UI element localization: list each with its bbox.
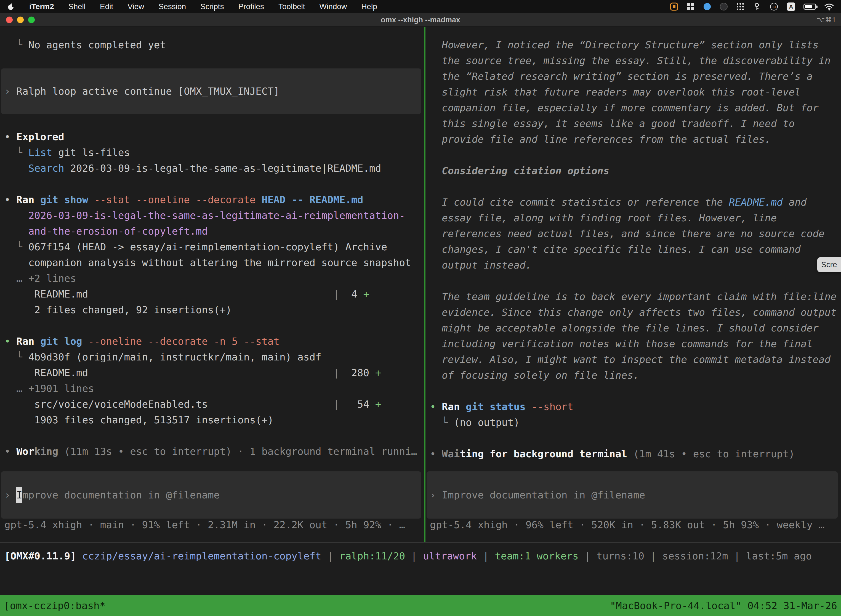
terminal-line: the “Related research writing” section i… xyxy=(430,69,841,84)
terminal-line: README.md | 4 + xyxy=(4,286,424,302)
terminal-line: • Ran git status --short xyxy=(430,399,841,415)
terminal-line: … +1901 lines xyxy=(4,381,424,396)
key-icon[interactable] xyxy=(753,3,761,11)
terminal-line: references need actual files, and since … xyxy=(430,226,841,242)
terminal-line: review. Also, I might want to inspect th… xyxy=(430,352,841,367)
menu-bar-items: iTerm2ShellEditViewSessionScriptsProfile… xyxy=(7,2,377,11)
menu-item-toolbelt[interactable]: Toolbelt xyxy=(278,2,305,11)
terminal-line: • Waiting for background terminal (1m 41… xyxy=(430,446,841,462)
left-model-status-line: gpt-5.4 xhigh · main · 91% left · 2.31M … xyxy=(4,517,405,532)
menu-item-help[interactable]: Help xyxy=(361,2,377,11)
menu-item-window[interactable]: Window xyxy=(319,2,347,11)
svg-text:.61: .61 xyxy=(772,5,776,9)
terminal-line: … +2 lines xyxy=(4,270,424,286)
minimize-button[interactable] xyxy=(17,16,24,23)
left-pane-pre-lines: └ No agents completed yet xyxy=(4,37,424,53)
pane-bottom-border xyxy=(0,542,841,543)
terminal-line: output instead. xyxy=(430,257,841,273)
terminal-line: companion file, especially if more comme… xyxy=(430,100,841,116)
terminal-line: companion analysis without altering the … xyxy=(4,255,424,270)
terminal-line: of focusing solely on file lines. xyxy=(430,367,841,383)
dots-grid-icon[interactable] xyxy=(736,3,744,11)
ralph-inject-box: › Ralph loop active continue [OMX_TMUX_I… xyxy=(1,69,421,114)
raycast-icon[interactable] xyxy=(703,3,711,11)
right-pane-body-lines: However, I noticed the “Directory Struct… xyxy=(430,37,841,462)
terminal-line: 2026-03-09-is-legal-the-same-as-legitima… xyxy=(4,208,424,223)
terminal-line: might be acceptable alongside the file l… xyxy=(430,320,841,336)
apple-menu-icon[interactable] xyxy=(7,3,15,10)
terminal-line: 1903 files changed, 513517 insertions(+) xyxy=(4,412,424,428)
right-model-status-line: gpt-5.4 xhigh · 96% left · 520K in · 5.8… xyxy=(430,517,825,532)
terminal-line: I could cite commit statistics or refere… xyxy=(430,194,841,210)
terminal: └ No agents completed yet › Ralph loop a… xyxy=(0,27,841,542)
gauge-icon[interactable]: .61 xyxy=(769,3,779,11)
terminal-line: [OMX#0.11.9] cczip/essay/ai-reimplementa… xyxy=(4,548,812,564)
terminal-line: Search 2026-03-09-is-legal-the-same-as-l… xyxy=(4,160,424,176)
right-pane[interactable]: However, I noticed the “Directory Struct… xyxy=(425,27,841,542)
window-shortcut-hint: ⌥⌘1 xyxy=(817,16,836,24)
menu-bar-status-icons: .61 A xyxy=(670,3,834,11)
terminal-line: src/voice/voiceModeEnabled.ts | 54 + xyxy=(4,396,424,412)
menu-bar: iTerm2ShellEditViewSessionScriptsProfile… xyxy=(0,0,841,13)
dark-app-icon[interactable] xyxy=(719,3,728,11)
terminal-line: └ List git ls-files xyxy=(4,145,424,160)
menu-item-session[interactable]: Session xyxy=(158,2,186,11)
terminal-line xyxy=(4,176,424,192)
screenshot-tab[interactable]: Scre xyxy=(817,257,841,272)
terminal-line xyxy=(430,383,841,399)
terminal-line xyxy=(4,428,424,443)
terminal-line: README.md | 280 + xyxy=(4,365,424,381)
terminal-line xyxy=(4,318,424,333)
terminal-line: evidence. Since this change only affects… xyxy=(430,304,841,320)
screen: iTerm2ShellEditViewSessionScriptsProfile… xyxy=(0,0,841,616)
close-button[interactable] xyxy=(6,16,13,23)
input-source-icon[interactable]: A xyxy=(787,3,795,11)
menu-item-iterm2[interactable]: iTerm2 xyxy=(29,2,54,11)
terminal-line: └ No agents completed yet xyxy=(4,37,424,53)
zoom-button[interactable] xyxy=(28,16,35,23)
window-title: omx --xhigh --madmax xyxy=(0,16,841,24)
menu-item-view[interactable]: View xyxy=(127,2,144,11)
terminal-line: 2 files changed, 92 insertions(+) xyxy=(4,302,424,318)
terminal-line xyxy=(430,430,841,446)
left-prompt-input[interactable]: › Improve documentation in @filename xyxy=(1,471,421,519)
battery-level xyxy=(805,5,812,8)
terminal-line xyxy=(430,273,841,289)
terminal-line: The team guideline is to back every impo… xyxy=(430,289,841,304)
menu-item-shell[interactable]: Shell xyxy=(69,2,85,11)
battery-icon[interactable] xyxy=(803,4,816,10)
terminal-line xyxy=(430,179,841,194)
screenshot-tab-label: Scre xyxy=(821,260,837,269)
terminal-line: However, I noticed the “Directory Struct… xyxy=(430,37,841,53)
tmux-status-bar: [omx-cczip0:bash* "MacBook-Pro-44.local"… xyxy=(0,595,841,616)
tmux-host-clock: "MacBook-Pro-44.local" 04:52 31-Mar-26 xyxy=(610,600,837,611)
terminal-line: including verification notes with those … xyxy=(430,336,841,352)
window-title-bar: omx --xhigh --madmax ⌥⌘1 xyxy=(0,13,841,27)
left-pane-body-lines: • Explored └ List git ls-files Search 20… xyxy=(4,129,424,459)
terminal-line: • Explored xyxy=(4,129,424,145)
menu-item-edit[interactable]: Edit xyxy=(100,2,113,11)
terminal-line: slight risk that future readers may over… xyxy=(430,84,841,100)
terminal-line: and-the-erosion-of-copyleft.md xyxy=(4,223,424,239)
omx-status-bar: [OMX#0.11.9] cczip/essay/ai-reimplementa… xyxy=(4,548,812,564)
terminal-line: Considering citation options xyxy=(430,163,841,179)
menu-item-scripts[interactable]: Scripts xyxy=(200,2,224,11)
wifi-icon[interactable] xyxy=(825,3,834,10)
terminal-line xyxy=(430,147,841,163)
terminal-line: essay file, along with finding root file… xyxy=(430,210,841,226)
screen-recording-icon[interactable] xyxy=(670,3,678,11)
terminal-line: provide file and line references from th… xyxy=(430,131,841,147)
terminal-line: this single essay, it seems like a good … xyxy=(430,116,841,131)
grid-icon[interactable] xyxy=(687,3,695,11)
terminal-line: • Ran git log --oneline --decorate -n 5 … xyxy=(4,333,424,349)
left-pane[interactable]: └ No agents completed yet › Ralph loop a… xyxy=(0,27,424,542)
tmux-session-label: [omx-cczip0:bash* xyxy=(4,600,105,611)
menu-item-profiles[interactable]: Profiles xyxy=(238,2,264,11)
terminal-line: └ 067f154 (HEAD -> essay/ai-reimplementa… xyxy=(4,239,424,255)
terminal-line: • Working (11m 13s • esc to interrupt) ·… xyxy=(4,443,424,459)
right-prompt-input[interactable]: › Improve documentation in @filename xyxy=(426,471,838,519)
terminal-line: └ (no output) xyxy=(430,415,841,430)
terminal-line: └ 4b9d30f (origin/main, instructkr/main,… xyxy=(4,349,424,365)
terminal-line: the source tree, missing the essay. Stil… xyxy=(430,53,841,69)
terminal-line: changes, I can't cite specific file line… xyxy=(430,242,841,257)
